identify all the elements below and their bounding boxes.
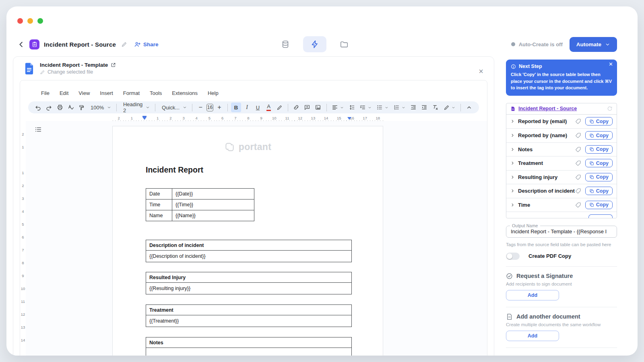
- tag-icon[interactable]: [575, 188, 581, 194]
- tab-source-data[interactable]: [280, 39, 291, 50]
- bulleted-list-button[interactable]: [374, 103, 390, 112]
- source-document-link[interactable]: Incident Report - Source: [518, 106, 577, 111]
- minimize-window-button[interactable]: [27, 18, 33, 24]
- dismiss-banner-button[interactable]: ✕: [609, 61, 613, 67]
- copy-tag-button[interactable]: Copy: [585, 173, 613, 181]
- info-tag-cell[interactable]: {{Time}}: [172, 200, 254, 210]
- decrease-indent-button[interactable]: [408, 103, 418, 112]
- docs-menu-item[interactable]: Insert: [100, 90, 113, 96]
- tag-icon[interactable]: [575, 160, 581, 166]
- info-tag-cell[interactable]: {{Date}}: [172, 189, 254, 200]
- spellcheck-button[interactable]: [66, 103, 76, 112]
- tab-automation[interactable]: [303, 36, 326, 52]
- collapse-toolbar-button[interactable]: [464, 103, 474, 112]
- docs-menu-item[interactable]: Help: [208, 90, 219, 96]
- section-tag-cell[interactable]: {{Treatment}}: [146, 315, 352, 327]
- increase-font-size-button[interactable]: +: [214, 103, 224, 112]
- expand-field-chevron[interactable]: [510, 119, 515, 123]
- section-tag-cell[interactable]: {{Description of incident}}: [146, 251, 352, 262]
- bold-button[interactable]: B: [231, 103, 241, 112]
- right-margin-marker[interactable]: [347, 117, 351, 120]
- tag-icon[interactable]: [575, 146, 581, 152]
- close-window-button[interactable]: [17, 18, 23, 24]
- docs-menu-item[interactable]: Tools: [150, 90, 162, 96]
- info-label-cell[interactable]: Time: [146, 200, 172, 210]
- zoom-window-button[interactable]: [37, 18, 43, 24]
- docs-menu-item[interactable]: View: [78, 90, 90, 96]
- section-title-cell[interactable]: Resulted Injury: [146, 272, 352, 283]
- numbered-list-button[interactable]: [391, 103, 407, 112]
- add-signature-recipients-button[interactable]: Add: [506, 290, 559, 300]
- expand-field-chevron[interactable]: [510, 147, 515, 152]
- undo-button[interactable]: [33, 103, 43, 112]
- info-tag-cell[interactable]: {{Name}}: [172, 210, 254, 221]
- font-size-input[interactable]: 16: [206, 104, 214, 111]
- refresh-fields-button[interactable]: [607, 106, 613, 111]
- underline-button[interactable]: U: [253, 103, 263, 112]
- share-button[interactable]: Share: [134, 41, 159, 48]
- expand-field-chevron[interactable]: [510, 203, 515, 207]
- align-button[interactable]: [330, 103, 346, 112]
- close-document-panel-button[interactable]: ×: [479, 67, 483, 75]
- create-pdf-toggle[interactable]: [506, 253, 520, 260]
- tag-icon[interactable]: [575, 118, 581, 124]
- section-title-cell[interactable]: Description of incident: [146, 240, 352, 251]
- redo-button[interactable]: [44, 103, 54, 112]
- info-label-cell[interactable]: Name: [146, 210, 172, 221]
- line-spacing-button[interactable]: [347, 103, 357, 112]
- document-outline-icon[interactable]: [35, 126, 42, 133]
- italic-button[interactable]: I: [242, 103, 252, 112]
- section-title-cell[interactable]: Notes: [146, 337, 352, 348]
- output-name-field[interactable]: Output Name Incident Report - Template -…: [506, 226, 617, 238]
- docs-menu-item[interactable]: Edit: [60, 90, 68, 96]
- expand-field-chevron[interactable]: [510, 133, 515, 138]
- editing-mode-button[interactable]: [442, 103, 457, 112]
- docs-menu-item[interactable]: Format: [123, 90, 140, 96]
- print-button[interactable]: [55, 103, 65, 112]
- copy-tag-button[interactable]: Copy: [585, 159, 613, 167]
- tag-icon[interactable]: [575, 132, 581, 138]
- section-title-cell[interactable]: Treatment: [146, 305, 352, 315]
- vertical-ruler[interactable]: 211234567891011121314: [20, 121, 26, 346]
- left-margin-marker[interactable]: [142, 117, 147, 120]
- add-another-document-button[interactable]: Add: [506, 331, 559, 341]
- change-selected-file[interactable]: Change selected file: [40, 69, 116, 75]
- tag-icon[interactable]: [575, 174, 581, 180]
- increase-indent-button[interactable]: [419, 103, 429, 112]
- document-page[interactable]: portant Incident Report Date {{Date}}: [112, 126, 383, 356]
- copy-tag-button[interactable]: Copy: [585, 187, 613, 195]
- insert-link-button[interactable]: [291, 103, 301, 112]
- section-tag-cell[interactable]: [146, 348, 352, 356]
- expand-field-chevron[interactable]: [510, 175, 515, 179]
- info-label-cell[interactable]: Date: [146, 189, 172, 200]
- section-table: Description of incident {{Description of…: [146, 240, 352, 262]
- font-family-select[interactable]: Quick...: [159, 103, 189, 112]
- horizontal-ruler[interactable]: 21123456789101112131415161718: [20, 116, 487, 121]
- tag-icon[interactable]: [575, 202, 581, 208]
- zoom-select[interactable]: 100%: [87, 103, 113, 112]
- copy-tag-button[interactable]: Copy: [585, 201, 613, 209]
- automate-button[interactable]: Automate: [570, 37, 617, 52]
- portant-watermark: portant: [113, 142, 383, 152]
- copy-tag-button[interactable]: Copy: [585, 117, 613, 125]
- paint-format-button[interactable]: [76, 103, 87, 112]
- docs-menu-item[interactable]: File: [41, 90, 50, 96]
- checklist-button[interactable]: [357, 103, 374, 112]
- add-comment-button[interactable]: [302, 103, 312, 112]
- rename-icon[interactable]: [121, 41, 127, 47]
- back-button[interactable]: [17, 41, 25, 48]
- expand-field-chevron[interactable]: [510, 189, 515, 193]
- highlight-color-button[interactable]: [275, 103, 285, 112]
- open-in-new-tab-icon[interactable]: [111, 62, 116, 68]
- expand-field-chevron[interactable]: [510, 161, 515, 165]
- docs-menu-item[interactable]: Extensions: [172, 90, 198, 96]
- text-color-button[interactable]: A: [264, 103, 274, 112]
- clear-formatting-button[interactable]: [430, 103, 440, 112]
- tab-outputs[interactable]: [339, 39, 350, 50]
- section-tag-cell[interactable]: {{Resulting injury}}: [146, 283, 352, 294]
- paragraph-style-select[interactable]: Heading 2: [120, 103, 152, 112]
- insert-image-button[interactable]: [313, 103, 323, 112]
- copy-tag-button[interactable]: Copy: [585, 145, 613, 154]
- decrease-font-size-button[interactable]: −: [196, 103, 206, 112]
- copy-tag-button[interactable]: Copy: [585, 131, 613, 140]
